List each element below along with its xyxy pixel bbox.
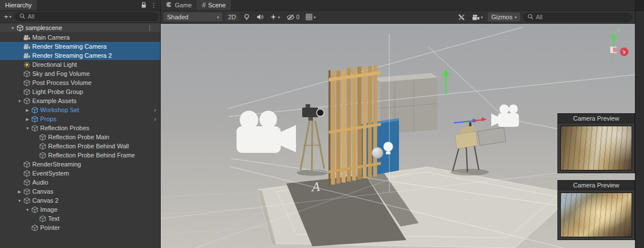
scene-viewport[interactable]: A y x [161,24,635,248]
tab-hierarchy[interactable]: Hierarchy [0,0,37,10]
gameobject-cube-icon [23,79,31,87]
hierarchy-items: Main CameraRender Streaming CameraRender… [0,33,160,232]
hierarchy-item-label: Image [40,206,58,213]
caret-down-icon: ▾ [514,15,517,19]
tab-game[interactable]: Game [161,0,197,10]
hierarchy-item[interactable]: Reflection Probe Main [0,132,160,142]
gameobject-cube-icon [31,125,38,132]
hierarchy-item[interactable]: ▼Image [0,205,160,214]
hierarchy-item[interactable]: Post Process Volume [0,78,160,87]
hierarchy-item-label: Canvas [32,188,53,195]
camera-icon [23,43,31,50]
hierarchy-item[interactable]: ▶Props› [0,114,160,123]
hierarchy-item[interactable]: EventSystem [0,169,160,178]
hierarchy-item[interactable]: RenderStreaming [0,160,160,169]
caret-down-icon: ▾ [481,15,483,19]
hierarchy-item-label: Reflection Probes [40,125,89,131]
docked-panel-edge [635,0,644,248]
effects-sparkle-icon [270,14,277,20]
hierarchy-item[interactable]: Pointer [0,223,160,232]
caret-down-icon: ▾ [314,15,316,19]
foldout-arrow[interactable]: ▼ [16,99,23,103]
hierarchy-item-label: Props [40,116,57,122]
camera-preview-title: Camera Preview [558,181,634,190]
foldout-arrow[interactable]: ▼ [16,199,23,203]
camera-preview-title: Camera Preview [558,114,634,123]
hierarchy-item-label: RenderStreaming [32,161,81,168]
hierarchy-item[interactable]: Reflection Probe Behind Wall [0,142,160,151]
prefab-open-chevron[interactable]: › [154,107,156,113]
create-object-button[interactable]: + ▾ [2,13,13,20]
hierarchy-item[interactable]: Render Streaming Camera 2 [0,51,160,60]
hierarchy-search-input[interactable]: All [15,12,158,21]
hierarchy-item-label: Render Streaming Camera 2 [32,52,112,59]
hierarchy-item[interactable]: Render Streaming Camera [0,42,160,51]
hierarchy-search-text: All [28,14,35,20]
reflection-probe-sphere[interactable] [372,147,383,159]
toggle-2d-button[interactable]: 2D [225,12,239,22]
hierarchy-item-label: EventSystem [32,170,69,177]
hidden-objects-toggle[interactable]: 0 [285,14,302,20]
hierarchy-item[interactable]: ▼Canvas 2 [0,196,160,205]
hierarchy-item-label: Render Streaming Camera [32,43,106,50]
foldout-arrow[interactable]: ▼ [24,208,31,212]
gameobject-cube-icon [23,188,31,195]
camera-preview-panel-1: Camera Preview [557,113,635,173]
scene-tools-button[interactable] [456,14,467,21]
hierarchy-item-label: Canvas 2 [32,197,58,204]
foldout-arrow[interactable]: ▶ [24,108,31,112]
hierarchy-panel: Hierarchy ⋮ + ▾ All ▼ [0,0,161,248]
hierarchy-toolbar: + ▾ All [0,11,160,23]
scene-search-input[interactable]: All [523,13,632,22]
caret-down-icon: ▾ [10,15,12,19]
hierarchy-item-label: Reflection Probe Main [48,134,109,140]
hierarchy-item-label: Workshop Set [40,106,79,113]
camera-preview-image-1 [560,126,632,170]
gameobject-cube-icon [23,161,31,168]
scene-audio-toggle[interactable] [255,14,265,20]
crossed-tools-icon [458,14,465,21]
gizmos-dropdown[interactable]: Gizmos ▾ [488,12,520,22]
hierarchy-item-label: Post Process Volume [32,79,92,86]
scene-search-text: All [536,14,543,20]
lock-icon[interactable] [141,2,147,10]
foldout-arrow[interactable]: ▼ [24,126,31,130]
grid-visibility-dropdown[interactable]: ▾ [304,14,317,20]
speaker-icon [256,14,264,20]
hierarchy-item[interactable]: Reflection Probe Behind Frame [0,151,160,160]
hierarchy-item-label: Main Camera [32,34,70,41]
tab-scene[interactable]: # Scene [197,0,231,10]
hierarchy-menu-icon[interactable]: ⋮ [151,2,157,8]
shading-mode-dropdown[interactable]: Shaded ▾ [164,12,222,22]
foldout-arrow[interactable]: ▶ [16,190,23,194]
hierarchy-item-label: Reflection Probe Behind Wall [48,143,129,149]
scene-tabbar: Game # Scene [161,0,635,11]
hierarchy-item-label: Light Probe Group [32,88,83,95]
scene-camera-settings-dropdown[interactable]: ▾ [470,14,485,20]
scene-header-row[interactable]: ▼ samplescene ⋮ [0,23,160,33]
light-icon [23,61,31,69]
hierarchy-item[interactable]: Directional Light [0,60,160,69]
camera-preview-image-2 [560,193,632,237]
hierarchy-item[interactable]: Text [0,214,160,223]
scene-lighting-toggle[interactable] [242,14,252,21]
hierarchy-item[interactable]: ▼Reflection Probes [0,123,160,132]
foldout-arrow[interactable]: ▼ [9,26,16,30]
hierarchy-item[interactable]: Main Camera [0,33,160,42]
hierarchy-item-label: Text [48,215,59,222]
hierarchy-item-label: Audio [32,179,48,186]
foldout-arrow[interactable]: ▶ [24,117,31,121]
hierarchy-tree: ▼ samplescene ⋮ Main CameraRender Stream… [0,23,160,248]
prefab-open-chevron[interactable]: › [154,116,156,122]
scene-menu-icon[interactable]: ⋮ [147,25,153,31]
hidden-count: 0 [297,14,300,20]
hierarchy-item[interactable]: ▶Canvas [0,187,160,196]
hierarchy-item[interactable]: Sky and Fog Volume [0,69,160,78]
hierarchy-item[interactable]: Audio [0,178,160,187]
scene-effects-dropdown[interactable]: ▾ [268,14,282,20]
hierarchy-item-label: Directional Light [32,61,77,68]
hierarchy-item[interactable]: ▶Workshop Set› [0,105,160,114]
hierarchy-item-label: Sky and Fog Volume [32,70,90,77]
hierarchy-item[interactable]: Light Probe Group [0,87,160,96]
hierarchy-item[interactable]: ▼Example Assets [0,96,160,105]
